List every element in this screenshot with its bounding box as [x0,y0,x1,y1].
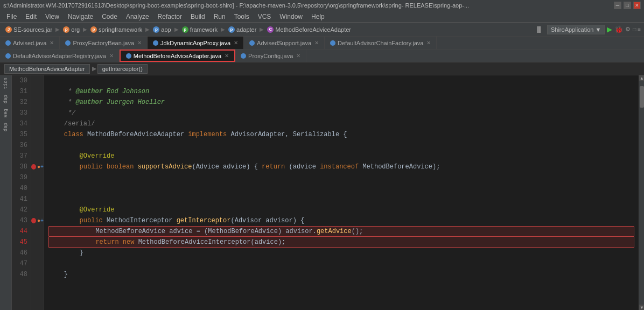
expand-icon-43[interactable]: + [40,218,44,224]
tab-close-pfb[interactable]: ✕ [137,40,142,46]
tab-icon-pfb [65,40,71,46]
tab-proxyfactorybean[interactable]: ProxyFactoryBean.java ✕ [60,37,148,49]
nav-aop[interactable]: p aop [151,25,173,34]
package-icon2: p [90,26,97,33]
scroll-thumb[interactable] [640,86,644,108]
debug-button[interactable]: 🐞 [614,25,623,33]
side-label-4[interactable]: dap [3,123,9,131]
tab-registry[interactable]: DefaultAdvisorAdapterRegistry.java ✕ [0,50,120,62]
tab-icon-advised [5,40,11,46]
menu-file[interactable]: File [2,12,21,22]
run-config-name: ShiroApplication [551,26,594,33]
menu-code[interactable]: Code [97,12,122,22]
classname-35: MethodBeforeAdviceAdapter [87,129,188,140]
tab-close-advised[interactable]: ✕ [50,40,54,46]
menu-navigate[interactable]: Navigate [64,12,97,22]
nav-springframework[interactable]: p springframework [88,25,144,34]
indent-48 [48,269,64,280]
menu-refactor[interactable]: Refactor [153,12,186,22]
breadcrumb-method[interactable]: getInterceptor() [97,64,148,74]
tab-close-pc[interactable]: ✕ [296,53,300,59]
minimize-button[interactable]: ─ [614,2,621,9]
menu-tools[interactable]: Tools [230,12,254,22]
menu-vcs[interactable]: VCS [254,12,276,22]
tab-proxyconfig[interactable]: ProxyConfig.java ✕ [235,50,306,62]
menu-build[interactable]: Build [186,12,209,22]
nav-framework[interactable]: p framework [180,25,220,34]
menu-view[interactable]: View [41,12,64,22]
menu-window[interactable]: Window [275,12,307,22]
tab-close-da[interactable]: ✕ [426,40,431,46]
code-panel: 30 31 32 33 34 35 36 37 38 39 40 41 42 4… [12,75,644,310]
more-button[interactable]: ⚙ [625,26,631,33]
breakpoint-38[interactable] [31,164,36,170]
menu-run[interactable]: Run [209,12,230,22]
scrollbar-vertical[interactable]: ▲ ▼ [639,75,644,310]
comment-33: */ [48,108,75,118]
code-line-46: } [48,248,634,258]
tab-advised[interactable]: Advised.java ✕ [0,37,60,49]
tab-close-mbaa[interactable]: ✕ [225,53,229,59]
nav-se-sources[interactable]: J SE-sources.jar [3,25,54,34]
code-line-39 [48,172,634,183]
menu-analyze[interactable]: Analyze [122,12,153,22]
comment-31: * [48,86,75,97]
code-line-40 [48,183,634,194]
breadcrumb-class[interactable]: MethodBeforeAdviceAdapter [4,64,90,74]
tab-defaultadvisor[interactable]: DefaultAdvisorChainFactory.java ✕ [325,37,437,49]
code-line-44: MethodBeforeAdvice advice = (MethodBefor… [48,226,634,237]
serial-34: /serial/ [48,118,95,129]
tab-icon-mbaa [126,53,131,59]
side-label-3[interactable]: Reg [3,109,9,117]
kw-public-38: public [80,161,107,172]
nav-org[interactable]: p org [61,25,82,34]
kw-return-45: return [95,237,122,248]
method-38: supportsAdvice [138,161,192,172]
package-icon4: p [182,26,188,33]
run-controls: ▐▌ ShiroApplication ▼ ▶ 🐞 ⚙ □ ≡ [533,25,641,34]
indent-44 [49,226,95,237]
tab-advisedsupport[interactable]: AdvisedSupport.java ✕ [244,37,325,49]
tab-icon-da [330,40,335,46]
kw-implements: implements [188,129,230,140]
breadcrumb-bar: MethodBeforeAdviceAdapter ▶ getIntercept… [0,62,644,75]
indent-46 [48,248,80,258]
nav-bar: J SE-sources.jar ▶ p org ▶ p springframe… [0,23,644,37]
expand-icon-38[interactable]: + [40,164,44,170]
package-icon: p [63,26,69,33]
indent-38 [48,161,80,172]
scroll-down-arrow[interactable]: ▼ [639,305,644,310]
tab-close-reg[interactable]: ✕ [109,53,114,59]
code-line-48: } [48,269,634,280]
annotation-37: @Override [80,151,115,161]
code-line-42: @Override [48,205,634,215]
close-button[interactable]: ✕ [633,2,641,9]
menu-help[interactable]: Help [307,12,329,22]
tab-close-as[interactable]: ✕ [314,40,319,46]
maximize-button[interactable]: □ [624,2,631,9]
tab-label-as: AdvisedSupport.java [257,40,311,46]
kw-instanceof-38: instanceof [320,161,362,172]
method-44: getAdvice [317,226,352,237]
run-button[interactable]: ▶ [607,25,612,33]
tab-mbaa[interactable]: MethodBeforeAdviceAdapter.java ✕ [120,50,235,62]
brace-48: } [64,269,68,280]
tab-label-da: DefaultAdvisorChainFactory.java [338,40,423,46]
breakpoint-43[interactable] [31,218,36,223]
tab-close-jdk[interactable]: ✕ [234,40,238,46]
side-label-2[interactable]: dap [3,95,9,103]
nav-class[interactable]: C MethodBeforeAdviceAdapter [265,25,353,34]
menu-edit[interactable]: Edit [21,12,41,22]
run-config-dropdown[interactable]: ShiroApplication ▼ [547,25,605,34]
tabs-row2: DefaultAdvisorAdapterRegistry.java ✕ Met… [0,50,644,62]
code-line-43: public MethodInterceptor getInterceptor(… [48,215,634,226]
nav-adapter[interactable]: p adapter [226,25,258,34]
side-label-1[interactable]: tion [3,78,9,89]
kw-boolean-38: boolean [107,161,138,172]
iface1-35: AdvisorAdapter, Serializable { [230,129,347,140]
kw-class: class [64,129,87,140]
editor-container: tion dap Reg dap 30 31 32 33 34 35 36 37… [0,75,644,310]
scroll-up-arrow[interactable]: ▲ [639,75,644,81]
tab-jdkproxy[interactable]: JdkDynamicAopProxy.java ✕ [148,37,244,49]
type-44: MethodBeforeAdvice advice = (MethodBefor… [95,226,316,237]
